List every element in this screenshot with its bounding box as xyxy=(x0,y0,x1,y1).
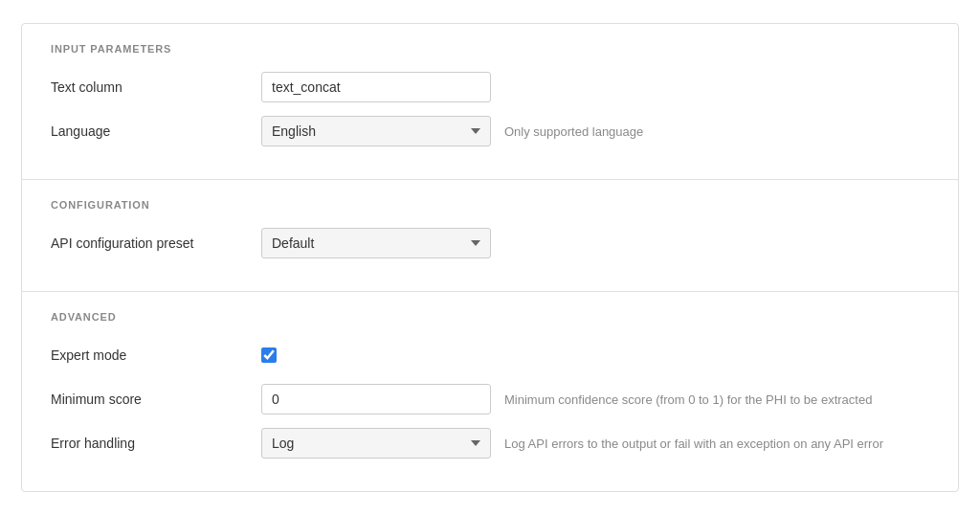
language-hint: Only supported language xyxy=(504,124,643,139)
error-handling-row: Error handling Log Log API errors to the… xyxy=(51,428,929,459)
api-config-label: API configuration preset xyxy=(51,235,261,251)
minimum-score-hint: Minimum confidence score (from 0 to 1) f… xyxy=(504,392,872,407)
text-column-row: Text column xyxy=(51,72,929,102)
language-label: Language xyxy=(51,123,261,139)
api-config-select[interactable]: Default xyxy=(261,228,491,258)
expert-mode-label: Expert mode xyxy=(51,347,261,363)
error-handling-label: Error handling xyxy=(51,436,261,451)
text-column-control xyxy=(261,72,491,102)
advanced-section: ADVANCED Expert mode Minimum score Minim… xyxy=(22,292,958,491)
minimum-score-row: Minimum score Minimum confidence score (… xyxy=(51,384,929,414)
language-select[interactable]: English xyxy=(261,116,491,146)
minimum-score-input[interactable] xyxy=(261,384,491,414)
api-config-control: Default xyxy=(261,228,491,258)
error-handling-select[interactable]: Log xyxy=(261,428,491,459)
language-row: Language English Only supported language xyxy=(51,116,929,146)
input-parameters-section: INPUT PARAMETERS Text column Language En… xyxy=(22,24,958,179)
minimum-score-control: Minimum confidence score (from 0 to 1) f… xyxy=(261,384,872,414)
configuration-section: CONFIGURATION API configuration preset D… xyxy=(22,180,958,291)
configuration-title: CONFIGURATION xyxy=(51,199,929,211)
text-column-label: Text column xyxy=(51,79,261,95)
error-handling-control: Log Log API errors to the output or fail… xyxy=(261,428,883,459)
input-parameters-title: INPUT PARAMETERS xyxy=(51,43,929,55)
language-control: English Only supported language xyxy=(261,116,643,146)
expert-mode-row: Expert mode xyxy=(51,340,929,370)
minimum-score-label: Minimum score xyxy=(51,392,261,407)
error-handling-hint: Log API errors to the output or fail wit… xyxy=(504,437,883,451)
settings-panel: INPUT PARAMETERS Text column Language En… xyxy=(21,23,959,492)
expert-mode-checkbox[interactable] xyxy=(261,347,277,363)
api-config-row: API configuration preset Default xyxy=(51,228,929,258)
advanced-title: ADVANCED xyxy=(51,311,929,323)
expert-mode-control xyxy=(261,347,277,363)
text-column-input[interactable] xyxy=(261,72,491,102)
